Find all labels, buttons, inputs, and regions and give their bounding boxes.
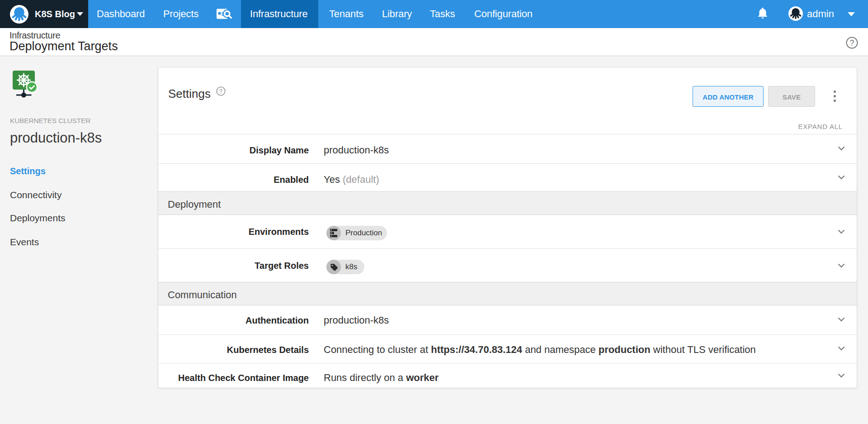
svg-text:?: ?: [219, 88, 223, 95]
svg-text:?: ?: [849, 38, 854, 48]
